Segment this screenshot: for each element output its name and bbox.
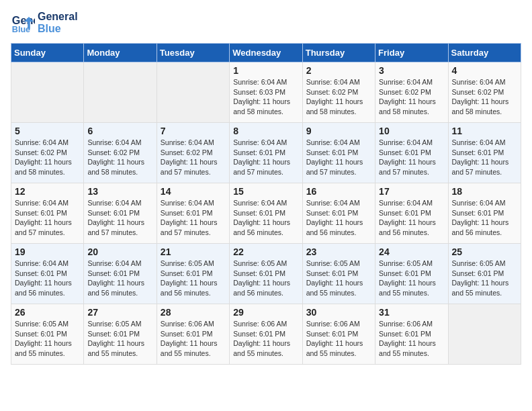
day-info: Sunrise: 6:05 AM Sunset: 6:01 PM Dayligh… [452,259,517,298]
day-number: 4 [452,65,517,76]
calendar-table: SundayMondayTuesdayWednesdayThursdayFrid… [11,43,521,365]
calendar-cell: 13Sunrise: 6:04 AM Sunset: 6:01 PM Dayli… [84,183,157,244]
calendar-cell [84,62,157,123]
calendar-cell: 31Sunrise: 6:06 AM Sunset: 6:01 PM Dayli… [375,304,448,365]
calendar-cell: 10Sunrise: 6:04 AM Sunset: 6:01 PM Dayli… [375,123,448,183]
logo: General Blue General Blue [11,11,78,35]
calendar-cell: 8Sunrise: 6:04 AM Sunset: 6:01 PM Daylig… [230,123,302,183]
day-info: Sunrise: 6:06 AM Sunset: 6:01 PM Dayligh… [379,319,444,359]
day-info: Sunrise: 6:04 AM Sunset: 6:02 PM Dayligh… [161,138,226,177]
svg-text:Blue: Blue [12,25,30,34]
calendar-week-2: 5Sunrise: 6:04 AM Sunset: 6:02 PM Daylig… [11,123,521,183]
calendar-cell: 27Sunrise: 6:05 AM Sunset: 6:01 PM Dayli… [84,304,157,365]
day-info: Sunrise: 6:04 AM Sunset: 6:01 PM Dayligh… [452,198,517,238]
calendar-cell: 20Sunrise: 6:04 AM Sunset: 6:01 PM Dayli… [84,244,157,304]
day-number: 26 [15,307,80,318]
logo-icon: General Blue [11,11,35,35]
day-number: 5 [15,126,80,136]
day-number: 12 [15,186,80,197]
calendar-cell: 16Sunrise: 6:04 AM Sunset: 6:01 PM Dayli… [302,183,375,244]
weekday-header-friday: Friday [375,44,448,62]
calendar-week-3: 12Sunrise: 6:04 AM Sunset: 6:01 PM Dayli… [11,183,521,244]
day-number: 7 [161,126,226,136]
day-info: Sunrise: 6:04 AM Sunset: 6:01 PM Dayligh… [452,138,517,177]
calendar-cell: 21Sunrise: 6:05 AM Sunset: 6:01 PM Dayli… [157,244,229,304]
day-number: 17 [379,186,444,197]
day-info: Sunrise: 6:06 AM Sunset: 6:01 PM Dayligh… [161,319,226,359]
day-info: Sunrise: 6:06 AM Sunset: 6:01 PM Dayligh… [306,319,371,359]
calendar-cell: 29Sunrise: 6:06 AM Sunset: 6:01 PM Dayli… [230,304,302,365]
day-number: 25 [452,246,517,257]
calendar-week-1: 1Sunrise: 6:04 AM Sunset: 6:03 PM Daylig… [11,62,521,123]
day-info: Sunrise: 6:04 AM Sunset: 6:01 PM Dayligh… [87,259,152,298]
day-number: 13 [87,186,152,197]
weekday-header-row: SundayMondayTuesdayWednesdayThursdayFrid… [11,44,521,62]
weekday-header-saturday: Saturday [448,44,521,62]
day-info: Sunrise: 6:05 AM Sunset: 6:01 PM Dayligh… [233,259,298,298]
day-info: Sunrise: 6:04 AM Sunset: 6:01 PM Dayligh… [379,138,444,177]
day-number: 21 [161,246,226,257]
day-info: Sunrise: 6:04 AM Sunset: 6:02 PM Dayligh… [87,138,152,177]
day-info: Sunrise: 6:04 AM Sunset: 6:02 PM Dayligh… [452,77,517,117]
day-info: Sunrise: 6:05 AM Sunset: 6:01 PM Dayligh… [379,259,444,298]
calendar-cell: 22Sunrise: 6:05 AM Sunset: 6:01 PM Dayli… [230,244,302,304]
weekday-header-monday: Monday [84,44,157,62]
day-info: Sunrise: 6:04 AM Sunset: 6:01 PM Dayligh… [306,198,371,238]
calendar-cell: 12Sunrise: 6:04 AM Sunset: 6:01 PM Dayli… [11,183,84,244]
calendar-cell: 23Sunrise: 6:05 AM Sunset: 6:01 PM Dayli… [302,244,375,304]
day-number: 11 [452,126,517,136]
calendar-cell: 15Sunrise: 6:04 AM Sunset: 6:01 PM Dayli… [230,183,302,244]
day-number: 28 [161,307,226,318]
day-info: Sunrise: 6:04 AM Sunset: 6:02 PM Dayligh… [379,77,444,117]
day-info: Sunrise: 6:04 AM Sunset: 6:02 PM Dayligh… [15,138,80,177]
header: General Blue General Blue [11,11,521,35]
weekday-header-tuesday: Tuesday [157,44,229,62]
weekday-header-thursday: Thursday [302,44,375,62]
day-number: 15 [233,186,298,197]
day-info: Sunrise: 6:04 AM Sunset: 6:01 PM Dayligh… [15,198,80,238]
day-info: Sunrise: 6:05 AM Sunset: 6:01 PM Dayligh… [87,319,152,359]
day-info: Sunrise: 6:05 AM Sunset: 6:01 PM Dayligh… [161,259,226,298]
day-number: 3 [379,65,444,76]
day-info: Sunrise: 6:04 AM Sunset: 6:01 PM Dayligh… [87,198,152,238]
calendar-cell [11,62,84,123]
day-number: 14 [161,186,226,197]
day-info: Sunrise: 6:04 AM Sunset: 6:03 PM Dayligh… [233,77,298,117]
day-number: 6 [87,126,152,136]
day-info: Sunrise: 6:04 AM Sunset: 6:01 PM Dayligh… [161,198,226,238]
calendar-cell [157,62,229,123]
day-info: Sunrise: 6:06 AM Sunset: 6:01 PM Dayligh… [233,319,298,359]
calendar-cell [448,304,521,365]
calendar-cell: 3Sunrise: 6:04 AM Sunset: 6:02 PM Daylig… [375,62,448,123]
calendar-cell: 17Sunrise: 6:04 AM Sunset: 6:01 PM Dayli… [375,183,448,244]
logo-blue: Blue [38,23,78,35]
calendar-cell: 9Sunrise: 6:04 AM Sunset: 6:01 PM Daylig… [302,123,375,183]
day-number: 27 [87,307,152,318]
calendar-cell: 26Sunrise: 6:05 AM Sunset: 6:01 PM Dayli… [11,304,84,365]
calendar-cell: 1Sunrise: 6:04 AM Sunset: 6:03 PM Daylig… [230,62,302,123]
day-number: 18 [452,186,517,197]
calendar-cell: 28Sunrise: 6:06 AM Sunset: 6:01 PM Dayli… [157,304,229,365]
calendar-cell: 4Sunrise: 6:04 AM Sunset: 6:02 PM Daylig… [448,62,521,123]
day-number: 19 [15,246,80,257]
logo-general: General [38,11,78,23]
day-number: 20 [87,246,152,257]
day-number: 30 [306,307,371,318]
day-info: Sunrise: 6:04 AM Sunset: 6:02 PM Dayligh… [306,77,371,117]
weekday-header-sunday: Sunday [11,44,84,62]
day-info: Sunrise: 6:04 AM Sunset: 6:01 PM Dayligh… [306,138,371,177]
calendar-cell: 24Sunrise: 6:05 AM Sunset: 6:01 PM Dayli… [375,244,448,304]
calendar-cell: 14Sunrise: 6:04 AM Sunset: 6:01 PM Dayli… [157,183,229,244]
day-number: 9 [306,126,371,136]
weekday-header-wednesday: Wednesday [230,44,302,62]
day-number: 24 [379,246,444,257]
calendar-week-5: 26Sunrise: 6:05 AM Sunset: 6:01 PM Dayli… [11,304,521,365]
calendar-cell: 19Sunrise: 6:04 AM Sunset: 6:01 PM Dayli… [11,244,84,304]
day-info: Sunrise: 6:04 AM Sunset: 6:01 PM Dayligh… [233,138,298,177]
calendar-cell: 2Sunrise: 6:04 AM Sunset: 6:02 PM Daylig… [302,62,375,123]
day-info: Sunrise: 6:04 AM Sunset: 6:01 PM Dayligh… [233,198,298,238]
day-info: Sunrise: 6:05 AM Sunset: 6:01 PM Dayligh… [306,259,371,298]
day-info: Sunrise: 6:04 AM Sunset: 6:01 PM Dayligh… [15,259,80,298]
day-info: Sunrise: 6:05 AM Sunset: 6:01 PM Dayligh… [15,319,80,359]
calendar-cell: 7Sunrise: 6:04 AM Sunset: 6:02 PM Daylig… [157,123,229,183]
